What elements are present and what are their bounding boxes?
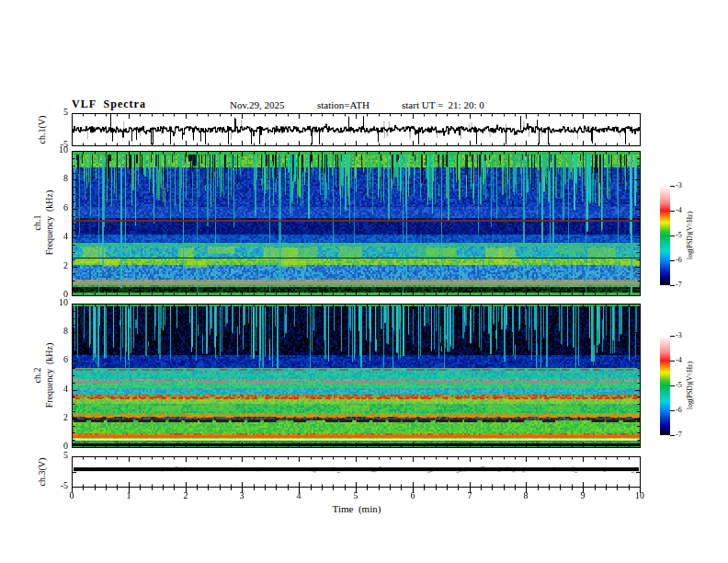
colorbar-tick-label: -7 [676,431,682,439]
ch1-spec-tick-label: 2 [40,260,68,270]
figure-title: VLF Spectra [72,98,146,111]
ch2-spec-tick-label: 8 [40,326,68,336]
ch3-wave-tick-label: 5 [40,450,68,460]
colorbar-ch2 [660,336,670,435]
ch2-spectrogram-canvas [72,304,641,448]
ch1-waveform-canvas [72,113,641,146]
colorbar-tick [670,260,675,261]
x-axis-title: Time (min) [301,503,412,514]
colorbar-tick-label: -6 [676,256,682,264]
x-tick-label: 10 [629,490,651,500]
x-tick-label: 4 [288,490,310,500]
colorbar-tick-label: -4 [676,356,682,364]
x-tick-label: 0 [61,490,83,500]
ch3-waveform-panel [72,456,641,488]
colorbar-tick [670,410,675,411]
date-label: Nov.29, 2025 [230,99,284,110]
x-tick-label: 2 [175,490,197,500]
ch1-spectrogram-panel [72,151,641,296]
x-tick-label: 1 [118,490,140,500]
x-tick-label: 3 [231,490,253,500]
ch1-spec-tick-label: 10 [40,144,68,155]
ch2-spec-tick-label: 2 [40,412,68,422]
x-tick-label: 5 [345,490,367,500]
ch1-spec-tick-label: 4 [40,231,68,241]
colorbar-tick-label: -4 [676,206,682,214]
colorbar-tick [670,211,675,212]
x-tick-label: 7 [459,490,481,500]
colorbar-ch1-unit: log(PSD)(V²/Hz) [686,180,695,291]
colorbar-tick [670,285,675,286]
x-tick-label: 9 [572,490,594,500]
x-tick-label: 8 [515,490,537,500]
ch1-wave-tick-label: 5 [40,107,68,117]
ch1-spec-tick-label: 8 [40,173,68,183]
colorbar-tick [670,336,675,337]
colorbar-tick-label: -5 [676,231,682,239]
colorbar-tick-label: -6 [676,406,682,414]
colorbar-tick [670,186,675,187]
ch3-wave-tick-label: -5 [40,480,68,490]
station-label: station=ATH [317,99,370,110]
colorbar-tick-label: -3 [676,181,682,190]
colorbar-tick-label: -5 [676,381,682,389]
colorbar-tick-label: -7 [676,281,682,289]
colorbar-tick [670,361,675,362]
ch3-waveform-canvas [72,456,641,488]
ch1-spec-tick-label: 6 [40,202,68,213]
x-tick-label: 6 [402,490,424,500]
vlf-spectra-figure: VLF Spectra Nov.29, 2025 station=ATH sta… [0,0,728,563]
ch1-waveform-panel [72,113,641,146]
colorbar-ch2-unit: log(PSD)(V²/Hz) [686,330,695,441]
colorbar-tick [670,385,675,386]
ch2-spectrogram-panel [72,304,641,448]
start-ut-label: start UT = 21: 20: 0 [402,99,484,110]
ch2-spec-tick-label: 4 [40,384,68,394]
colorbar-tick-label: -3 [676,331,682,339]
colorbar-tick [670,236,675,236]
ch1-spectrogram-canvas [72,151,641,296]
colorbar-tick [670,435,675,436]
ch2-spec-tick-label: 6 [40,354,68,364]
colorbar-ch1 [660,186,670,285]
ch2-spec-tick-label: 10 [40,297,68,307]
